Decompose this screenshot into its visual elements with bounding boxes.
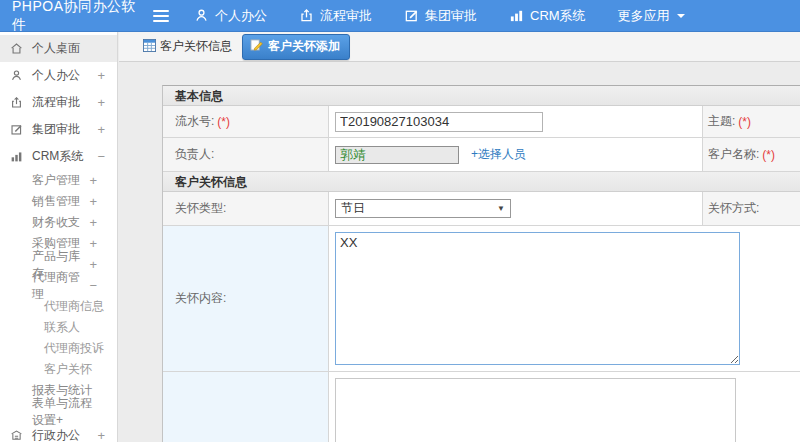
expand-icon[interactable]: + xyxy=(97,95,105,110)
nav-label: 更多应用 xyxy=(618,7,670,25)
required-marker: (*) xyxy=(217,115,230,129)
extra-label-cell xyxy=(163,372,329,442)
care-type-selected-value: 节日 xyxy=(341,200,365,217)
sidebar-item-label: 表单与流程设置+ xyxy=(32,395,97,429)
tab-label: 客户关怀添加 xyxy=(268,38,340,55)
owner-label: 负责人: xyxy=(175,146,214,163)
subject-label-cell: 主题: (*) xyxy=(703,106,800,137)
nav-label: 个人办公 xyxy=(215,7,267,25)
caret-down-icon xyxy=(676,12,686,20)
care-method-label: 关怀方式: xyxy=(708,200,759,217)
form-row-serial: 流水号: (*) 主题: (*) xyxy=(163,106,800,138)
collapse-icon[interactable]: − xyxy=(97,149,105,164)
sidebar-item-label: 集团审批 xyxy=(32,121,80,138)
select-personnel-link[interactable]: +选择人员 xyxy=(471,146,526,163)
sidebar-item-label: 代理商投诉 xyxy=(44,340,104,357)
required-marker: (*) xyxy=(762,148,775,162)
sidebar-item-workflow-approval[interactable]: 流程审批 + xyxy=(0,89,117,116)
owner-input-cell: +选择人员 xyxy=(329,138,703,171)
sidebar-item-label: 销售管理 xyxy=(32,193,80,210)
upload-icon xyxy=(10,96,25,109)
nav-label: CRM系统 xyxy=(530,7,586,25)
edit-square-icon xyxy=(10,123,25,136)
sidebar-item-sales-management[interactable]: 销售管理 + xyxy=(0,191,117,212)
sidebar-item-personal-office[interactable]: 个人办公 + xyxy=(0,62,117,89)
form-row-extra xyxy=(163,372,800,442)
building-icon xyxy=(10,429,25,442)
sidebar-item-label: 客户关怀 xyxy=(44,361,92,378)
owner-label-cell: 负责人: xyxy=(163,138,329,171)
care-content-label-cell: 关怀内容: xyxy=(163,226,329,371)
nav-label: 集团审批 xyxy=(425,7,477,25)
care-type-input-cell: 节日 ▼ xyxy=(329,192,703,225)
section-header-basic-info: 基本信息 xyxy=(163,86,800,106)
sidebar-item-finance[interactable]: 财务收支 + xyxy=(0,212,117,233)
form-row-care-content: 关怀内容: XX xyxy=(163,226,800,372)
tab-customer-care-info[interactable]: 客户关怀信息 xyxy=(143,38,232,55)
expand-icon[interactable]: + xyxy=(97,428,105,442)
serial-label-cell: 流水号: (*) xyxy=(163,106,329,137)
top-bar: PHPOA协同办公软件 个人办公 流程审批 集团审批 CRM系统 xyxy=(0,0,800,32)
serial-number-input[interactable] xyxy=(335,112,543,132)
caret-down-icon: ▼ xyxy=(497,204,505,213)
form-row-owner: 负责人: +选择人员 客户名称: (*) xyxy=(163,138,800,172)
expand-icon[interactable]: + xyxy=(97,68,105,83)
top-nav: 个人办公 流程审批 集团审批 CRM系统 更多应用 xyxy=(194,7,686,25)
table-icon xyxy=(143,39,156,55)
sidebar-item-label: CRM系统 xyxy=(32,148,83,165)
customer-name-label: 客户名称: xyxy=(708,146,759,163)
care-content-label: 关怀内容: xyxy=(175,290,226,307)
user-icon xyxy=(194,8,209,23)
sidebar-item-label: 财务收支 xyxy=(32,214,80,231)
sidebar-item-label: 行政办公 xyxy=(32,427,80,442)
sidebar-item-group-approval[interactable]: 集团审批 + xyxy=(0,116,117,143)
nav-label: 流程审批 xyxy=(320,7,372,25)
sidebar-item-contacts[interactable]: 联系人 xyxy=(0,317,117,338)
section-header-care-info: 客户关怀信息 xyxy=(163,172,800,192)
care-content-textarea[interactable]: XX xyxy=(335,232,740,365)
expand-icon[interactable]: + xyxy=(89,257,97,272)
sidebar-item-label: 客户管理 xyxy=(32,172,80,189)
nav-group-approval[interactable]: 集团审批 xyxy=(404,7,477,25)
sidebar-item-label: 个人桌面 xyxy=(32,40,80,57)
nav-personal-office[interactable]: 个人办公 xyxy=(194,7,267,25)
sidebar-item-agent-complaints[interactable]: 代理商投诉 xyxy=(0,338,117,359)
expand-icon[interactable]: + xyxy=(89,215,97,230)
nav-more-apps[interactable]: 更多应用 xyxy=(618,7,686,25)
care-method-label-cell: 关怀方式: xyxy=(703,192,800,225)
sidebar-item-label: 代理商信息 xyxy=(44,298,104,315)
expand-icon[interactable]: + xyxy=(89,194,97,209)
sidebar-item-agent-info[interactable]: 代理商信息 xyxy=(0,296,117,317)
sidebar-item-form-workflow-settings[interactable]: 表单与流程设置+ xyxy=(0,401,117,422)
care-type-label: 关怀类型: xyxy=(175,200,226,217)
sidebar: 个人桌面 个人办公 + 流程审批 + 集团审批 + CRM系统 − 客户管理 +… xyxy=(0,32,118,442)
sidebar-item-crm-system[interactable]: CRM系统 − xyxy=(0,143,117,170)
tab-bar: 客户关怀信息 客户关怀添加 xyxy=(119,32,800,62)
extra-input-cell xyxy=(329,372,800,442)
sidebar-item-agent-management[interactable]: 代理商管理 − xyxy=(0,275,117,296)
tab-label: 客户关怀信息 xyxy=(160,38,232,55)
serial-label: 流水号: xyxy=(175,113,214,130)
expand-icon[interactable]: + xyxy=(89,236,97,251)
owner-input[interactable] xyxy=(335,146,459,164)
bar-chart-icon xyxy=(509,8,524,23)
extra-textarea[interactable] xyxy=(335,378,736,442)
sidebar-item-customer-management[interactable]: 客户管理 + xyxy=(0,170,117,191)
sidebar-item-personal-desktop[interactable]: 个人桌面 xyxy=(0,35,117,62)
form-row-care-type: 关怀类型: 节日 ▼ 关怀方式: xyxy=(163,192,800,226)
expand-icon[interactable]: + xyxy=(89,173,97,188)
care-type-select[interactable]: 节日 ▼ xyxy=(335,199,511,218)
sidebar-item-customer-care[interactable]: 客户关怀 xyxy=(0,359,117,380)
sidebar-item-label: 联系人 xyxy=(44,319,80,336)
expand-icon[interactable]: + xyxy=(97,122,105,137)
care-type-label-cell: 关怀类型: xyxy=(163,192,329,225)
collapse-icon[interactable]: − xyxy=(89,278,97,293)
customer-name-label-cell: 客户名称: (*) xyxy=(703,138,800,171)
required-marker: (*) xyxy=(738,115,751,129)
upload-icon xyxy=(299,8,314,23)
nav-workflow-approval[interactable]: 流程审批 xyxy=(299,7,372,25)
tab-customer-care-add[interactable]: 客户关怀添加 xyxy=(242,34,350,60)
serial-input-cell xyxy=(329,106,703,137)
hamburger-menu-icon[interactable] xyxy=(150,10,172,22)
nav-crm-system[interactable]: CRM系统 xyxy=(509,7,586,25)
